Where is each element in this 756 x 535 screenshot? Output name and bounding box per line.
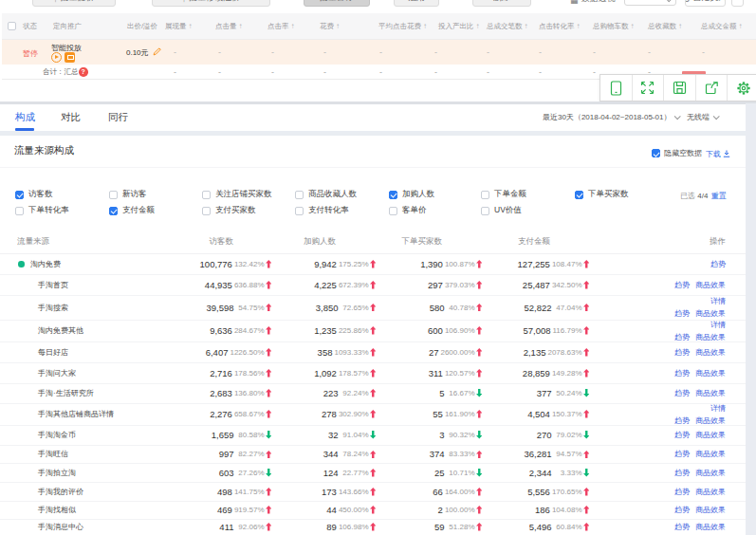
action-link[interactable]: 趋势 xyxy=(674,347,690,358)
edit-bid-icon[interactable] xyxy=(153,47,161,56)
metric-filter-unchecked[interactable]: 支付转化率 xyxy=(295,205,349,216)
save-button[interactable] xyxy=(664,75,696,101)
checkbox[interactable] xyxy=(109,207,118,215)
action-link[interactable]: 商品效果 xyxy=(695,332,726,342)
source-row[interactable]: 淘内免费 趋势 100,776132.42%9,942175.25%1,3901… xyxy=(0,254,746,275)
batch-button[interactable]: 删除 xyxy=(472,0,531,7)
action-link[interactable]: 商品效果 xyxy=(695,468,726,478)
sortable-column-header[interactable]: 投入产出比↑ xyxy=(438,13,480,40)
sortable-column-header[interactable]: 总成交金额↑ xyxy=(701,13,743,40)
metric-filter-unchecked[interactable]: 商品收藏人数 xyxy=(295,189,357,200)
action-link[interactable]: 趋势 xyxy=(674,280,690,290)
action-link[interactable]: 商品效果 xyxy=(695,280,726,290)
sortable-column-header[interactable]: 展现量↑ xyxy=(165,13,193,40)
action-link[interactable]: 商品效果 xyxy=(695,308,726,319)
sortable-column-header[interactable]: 总收藏数↑ xyxy=(648,13,682,40)
select-all-checkbox[interactable] xyxy=(8,22,16,30)
checkbox[interactable] xyxy=(109,191,118,199)
checkbox[interactable] xyxy=(389,191,397,199)
checkbox[interactable] xyxy=(15,191,24,199)
action-link[interactable]: 趋势 xyxy=(674,505,690,515)
batch-button[interactable]: ↑批量提价 xyxy=(32,0,116,7)
action-link[interactable]: 详情 xyxy=(710,320,726,330)
metric-filter-checked[interactable]: 支付金额 xyxy=(109,205,155,216)
action-link[interactable]: 商品效果 xyxy=(695,430,726,440)
checkbox[interactable] xyxy=(481,207,489,215)
action-link[interactable]: 趋势 xyxy=(674,430,690,440)
source-row[interactable]: 手淘我的评价 趋势商品效果 498141.75%173143.66%66164.… xyxy=(0,483,746,502)
checkbox[interactable] xyxy=(575,191,583,199)
source-row[interactable]: 手淘搜索 详情趋势商品效果 39,59854.75%3,85072.65%580… xyxy=(0,296,746,321)
sortable-column-header[interactable]: 点击量↑ xyxy=(215,13,243,40)
source-row[interactable]: 手淘·生活研究所 趋势商品效果 2,683136.80%22392.24%516… xyxy=(0,384,746,404)
metric-filter-checked[interactable]: 访客数 xyxy=(15,189,53,200)
device-preview-button[interactable] xyxy=(600,75,633,101)
batch-button[interactable]: 批量暂停 xyxy=(304,0,370,7)
action-link[interactable]: 商品效果 xyxy=(695,347,726,358)
action-link[interactable]: 趋势 xyxy=(674,368,690,378)
sortable-column-header[interactable]: 花费↑ xyxy=(320,13,340,40)
action-link[interactable]: 商品效果 xyxy=(695,388,726,398)
metric-filter-unchecked[interactable]: UV价值 xyxy=(481,205,522,216)
terminal-select[interactable]: 无线端 xyxy=(687,104,718,131)
metric-filter-unchecked[interactable]: 客单价 xyxy=(389,205,427,216)
checkbox[interactable] xyxy=(202,191,211,199)
more-button[interactable]: ⋯ xyxy=(731,0,744,7)
batch-button[interactable]: ↑批量修改溢价 xyxy=(152,0,270,7)
settings-button[interactable] xyxy=(728,75,756,101)
source-row[interactable]: 手淘问大家 趋势商品效果 2,716178.56%1,092178.57%311… xyxy=(0,363,746,384)
sortable-column-header[interactable]: 总成交笔数↑ xyxy=(487,13,528,40)
metric-filter-unchecked[interactable]: 下单转化率 xyxy=(15,205,69,216)
share-button[interactable] xyxy=(696,75,728,101)
action-link[interactable]: 趋势 xyxy=(674,522,690,532)
metric-filter-unchecked[interactable]: 新访客 xyxy=(109,189,147,200)
source-row[interactable]: 每日好店 趋势商品效果 6,4071226.50%3581093.33%2726… xyxy=(0,342,746,364)
source-row[interactable]: 手淘淘金币 趋势商品效果 1,65980.58%3291.04%390.32%2… xyxy=(0,426,746,446)
campaign-row[interactable]: 暂停 智能投放 0.10元 ----------- xyxy=(2,40,756,65)
batch-button[interactable]: 启用 xyxy=(394,0,439,7)
checkbox[interactable] xyxy=(15,207,24,215)
download-link[interactable]: 下载 xyxy=(706,149,730,159)
action-link[interactable]: 趋势 xyxy=(674,449,690,459)
scrollbar-track[interactable] xyxy=(746,103,756,535)
customize-columns-button[interactable]: ⚙ 自定义列 xyxy=(685,0,726,7)
tab-composition[interactable]: 构成 xyxy=(15,104,35,131)
checkbox[interactable] xyxy=(389,207,397,215)
hide-empty-checkbox[interactable] xyxy=(652,149,660,157)
source-row[interactable]: 手淘首页 趋势商品效果 44,935636.88%4,225672.39%297… xyxy=(0,275,746,296)
checkbox[interactable] xyxy=(295,191,304,199)
metric-filter-unchecked[interactable]: 支付买家数 xyxy=(202,205,256,216)
action-link[interactable]: 趋势 xyxy=(674,487,690,497)
source-row[interactable]: 手淘消息中心 趋势商品效果 41192.06%89106.98%5951.28%… xyxy=(0,520,746,535)
help-icon[interactable]: ? xyxy=(79,67,88,77)
metric-filter-checked[interactable]: 加购人数 xyxy=(389,189,434,200)
action-link[interactable]: 商品效果 xyxy=(695,522,726,532)
metric-filter-unchecked[interactable]: 关注店铺买家数 xyxy=(202,189,272,200)
tab-peers[interactable]: 同行 xyxy=(108,104,128,131)
metric-filter-unchecked[interactable]: 下单金额 xyxy=(481,189,526,200)
sortable-column-header[interactable]: 平均点击花费↑ xyxy=(378,13,427,40)
action-link[interactable]: 趋势 xyxy=(674,468,690,478)
pivot-view-toggle[interactable]: ▦ 数据透视 xyxy=(570,0,616,5)
date-range-select[interactable]: 最近30天（2018-04-02~2018-05-01） xyxy=(543,104,679,131)
checkbox[interactable] xyxy=(481,191,489,199)
action-link[interactable]: 趋势 xyxy=(674,308,690,319)
source-row[interactable]: 淘内免费其他 详情趋势商品效果 9,636284.67%1,235225.86%… xyxy=(0,321,746,342)
action-link[interactable]: 商品效果 xyxy=(695,449,726,459)
action-link[interactable]: 商品效果 xyxy=(695,415,726,426)
metric-filter-checked[interactable]: 下单买家数 xyxy=(575,189,629,200)
action-link[interactable]: 商品效果 xyxy=(695,368,726,378)
fullscreen-button[interactable] xyxy=(633,75,665,101)
sortable-column-header[interactable]: 点击转化率↑ xyxy=(539,13,581,40)
source-row[interactable]: 手淘拍立淘 趋势商品效果 60327.26%12422.77%2510.71%2… xyxy=(0,464,746,483)
sortable-column-header[interactable]: 总购物车数↑ xyxy=(593,13,635,40)
action-link[interactable]: 趋势 xyxy=(674,415,690,426)
action-link[interactable]: 详情 xyxy=(710,403,726,414)
action-link[interactable]: 趋势 xyxy=(674,388,690,398)
action-link[interactable]: 趋势 xyxy=(674,332,690,342)
checkbox[interactable] xyxy=(295,207,304,215)
reset-link[interactable]: 重置 xyxy=(711,191,727,201)
checkbox[interactable] xyxy=(202,207,211,215)
tab-compare[interactable]: 对比 xyxy=(61,104,81,131)
action-link[interactable]: 详情 xyxy=(710,296,726,306)
